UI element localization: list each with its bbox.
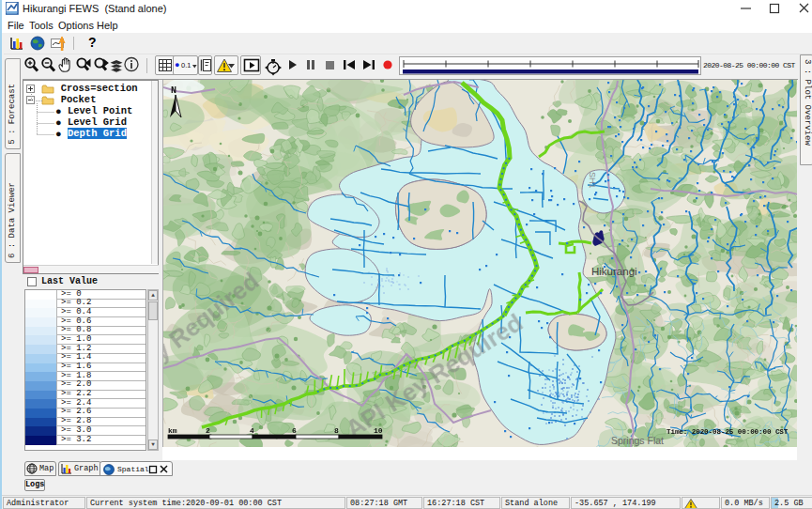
svg-text:8: 8 [334,426,339,435]
svg-text:SH1: SH1 [588,172,597,189]
svg-text:Springs Flat: Springs Flat [611,435,664,446]
svg-text:N: N [171,85,176,96]
svg-text:6: 6 [292,426,297,435]
svg-text:Hikurangi: Hikurangi [591,266,637,277]
svg-text:Time: 2020-08-25 00:00:00 CST: Time: 2020-08-25 00:00:00 CST [666,428,789,436]
svg-text:10: 10 [374,426,383,435]
svg-text:km: km [168,426,177,435]
svg-text:2: 2 [206,426,210,435]
svg-text:4: 4 [250,426,254,435]
